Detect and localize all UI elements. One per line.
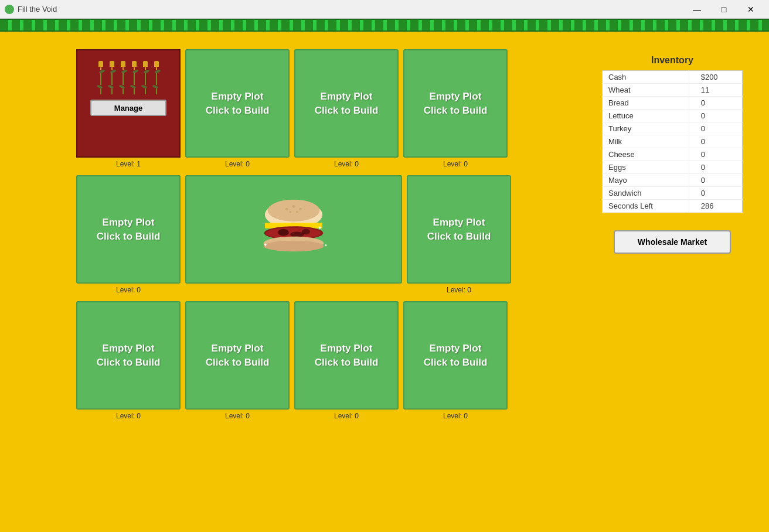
inventory-item-value: 0 bbox=[689, 135, 742, 148]
plot-cell-sandwich: ✦ ✦ ✦ bbox=[185, 175, 402, 296]
inventory-row: Cheese0 bbox=[603, 148, 743, 161]
wheat-stalk-3 bbox=[119, 61, 127, 94]
empty-plot-3-4[interactable]: Empty PlotClick to Build bbox=[403, 301, 508, 410]
plot-cell-2-1: Empty PlotClick to Build Level: 0 bbox=[76, 175, 181, 296]
svg-point-5 bbox=[289, 210, 291, 213]
inventory-item-value: 0 bbox=[689, 161, 742, 174]
svg-point-6 bbox=[296, 210, 298, 213]
svg-text:✦: ✦ bbox=[263, 242, 268, 248]
inventory-item-value: 0 bbox=[689, 97, 742, 110]
main-content: Manage Level: 1 Empty PlotClick to Build… bbox=[0, 32, 769, 532]
inventory-item-value: 0 bbox=[689, 110, 742, 122]
level-1-2: Level: 0 bbox=[225, 160, 250, 168]
empty-plot-text-2-1: Empty PlotClick to Build bbox=[97, 216, 161, 244]
plot-row-3: Empty PlotClick to Build Level: 0 Empty … bbox=[76, 301, 576, 422]
inventory-item-name: Lettuce bbox=[603, 110, 689, 122]
inventory-item-value: 0 bbox=[689, 187, 742, 200]
app-icon bbox=[5, 5, 14, 14]
inventory-item-value: 11 bbox=[689, 84, 742, 97]
sandwich-plot[interactable]: ✦ ✦ ✦ bbox=[185, 175, 402, 284]
inventory-item-name: Eggs bbox=[603, 161, 689, 174]
empty-plot-3-3[interactable]: Empty PlotClick to Build bbox=[294, 301, 399, 410]
wheat-stalk-4 bbox=[130, 61, 138, 94]
inventory-row: Lettuce0 bbox=[603, 110, 743, 122]
plot-row-1: Manage Level: 1 Empty PlotClick to Build… bbox=[76, 49, 576, 170]
inventory-item-name: Wheat bbox=[603, 84, 689, 97]
inventory-row: Mayo0 bbox=[603, 174, 743, 187]
empty-plot-text-3-3: Empty PlotClick to Build bbox=[315, 342, 379, 370]
farm-level-text: Level: 1 bbox=[116, 160, 141, 168]
inventory-item-value: $200 bbox=[689, 71, 742, 84]
svg-point-3 bbox=[292, 205, 295, 208]
level-3-2: Level: 0 bbox=[225, 412, 250, 420]
inventory-item-name: Sandwich bbox=[603, 187, 689, 200]
plot-cell-3-2: Empty PlotClick to Build Level: 0 bbox=[185, 301, 290, 422]
empty-plot-text-3-1: Empty PlotClick to Build bbox=[97, 342, 161, 370]
empty-plot-2-1[interactable]: Empty PlotClick to Build bbox=[76, 175, 181, 284]
plot-grid-area: Manage Level: 1 Empty PlotClick to Build… bbox=[76, 49, 576, 520]
minimize-button[interactable]: — bbox=[683, 0, 710, 19]
level-3-3: Level: 0 bbox=[334, 412, 359, 420]
inventory-item-name: Cheese bbox=[603, 148, 689, 161]
inventory-item-value: 0 bbox=[689, 174, 742, 187]
close-button[interactable]: ✕ bbox=[737, 0, 764, 19]
decorative-stripe bbox=[0, 19, 769, 32]
inventory-row: Wheat11 bbox=[603, 84, 743, 97]
svg-point-14 bbox=[264, 240, 324, 251]
inventory-row: Milk0 bbox=[603, 135, 743, 148]
inventory-item-value: 286 bbox=[689, 200, 742, 213]
window-controls: — □ ✕ bbox=[683, 0, 764, 19]
inventory-item-name: Milk bbox=[603, 135, 689, 148]
inventory-item-name: Cash bbox=[603, 71, 689, 84]
inventory-row: Sandwich0 bbox=[603, 187, 743, 200]
wheat-stalk-1 bbox=[97, 61, 105, 94]
empty-plot-3-2[interactable]: Empty PlotClick to Build bbox=[185, 301, 290, 410]
inventory-row: Cash$200 bbox=[603, 71, 743, 84]
wheat-head bbox=[98, 61, 103, 67]
wheat-stalk-2 bbox=[108, 61, 116, 94]
level-1-3: Level: 0 bbox=[334, 160, 359, 168]
level-2-4: Level: 0 bbox=[447, 286, 471, 294]
empty-plot-3-1[interactable]: Empty PlotClick to Build bbox=[76, 301, 181, 410]
level-1-4: Level: 0 bbox=[443, 160, 468, 168]
empty-plot-text-2-4: Empty PlotClick to Build bbox=[427, 216, 491, 244]
inventory-table: Cash$200Wheat11Bread0Lettuce0Turkey0Milk… bbox=[602, 70, 743, 213]
wheat-stalk-5 bbox=[141, 61, 149, 94]
farm-plot[interactable]: Manage bbox=[76, 49, 181, 158]
inventory-item-name: Mayo bbox=[603, 174, 689, 187]
inventory-row: Bread0 bbox=[603, 97, 743, 110]
svg-text:✦: ✦ bbox=[318, 225, 322, 231]
inventory-item-value: 0 bbox=[689, 122, 742, 135]
plot-cell-1-2: Empty PlotClick to Build Level: 0 bbox=[185, 49, 290, 170]
svg-point-2 bbox=[285, 207, 288, 210]
inventory-item-value: 0 bbox=[689, 148, 742, 161]
empty-plot-1-4[interactable]: Empty PlotClick to Build bbox=[403, 49, 508, 158]
plot-cell-3-3: Empty PlotClick to Build Level: 0 bbox=[294, 301, 399, 422]
plot-cell-1-4: Empty PlotClick to Build Level: 0 bbox=[403, 49, 508, 170]
svg-point-4 bbox=[299, 207, 302, 210]
level-3-1: Level: 0 bbox=[116, 412, 141, 420]
wheat-stalk-6 bbox=[152, 61, 161, 94]
svg-point-1 bbox=[268, 199, 320, 221]
svg-point-11 bbox=[290, 231, 304, 237]
empty-plot-2-4[interactable]: Empty PlotClick to Build bbox=[407, 175, 511, 284]
wholesale-market-button[interactable]: Wholesale Market bbox=[614, 230, 731, 254]
empty-plot-text-1-2: Empty PlotClick to Build bbox=[206, 90, 270, 118]
manage-button[interactable]: Manage bbox=[90, 100, 166, 116]
inventory-panel: Inventory Cash$200Wheat11Bread0Lettuce0T… bbox=[593, 49, 751, 520]
svg-point-12 bbox=[302, 229, 310, 234]
title-bar: Fill the Void — □ ✕ bbox=[0, 0, 769, 19]
window-title: Fill the Void bbox=[18, 5, 683, 13]
plot-cell-3-1: Empty PlotClick to Build Level: 0 bbox=[76, 301, 181, 422]
svg-point-10 bbox=[278, 229, 289, 236]
empty-plot-1-3[interactable]: Empty PlotClick to Build bbox=[294, 49, 399, 158]
inventory-row: Eggs0 bbox=[603, 161, 743, 174]
empty-plot-1-2[interactable]: Empty PlotClick to Build bbox=[185, 49, 290, 158]
inventory-row: Turkey0 bbox=[603, 122, 743, 135]
plot-cell-1-3: Empty PlotClick to Build Level: 0 bbox=[294, 49, 399, 170]
inventory-item-name: Bread bbox=[603, 97, 689, 110]
empty-plot-text-1-4: Empty PlotClick to Build bbox=[424, 90, 488, 118]
level-2-1: Level: 0 bbox=[116, 286, 141, 294]
maximize-button[interactable]: □ bbox=[710, 0, 737, 19]
empty-plot-text-3-4: Empty PlotClick to Build bbox=[424, 342, 488, 370]
